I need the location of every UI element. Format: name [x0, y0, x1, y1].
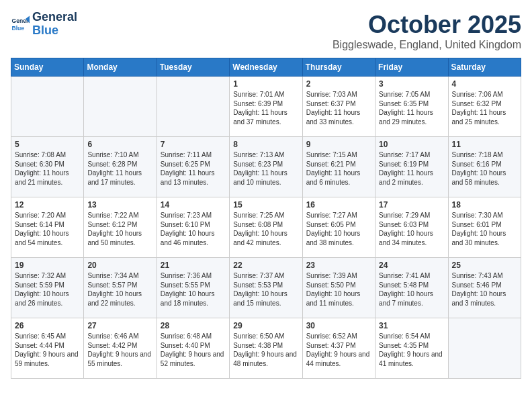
calendar-table: SundayMondayTuesdayWednesdayThursdayFrid…: [11, 58, 521, 379]
svg-text:Blue: Blue: [12, 24, 25, 31]
day-number: 9: [306, 140, 371, 149]
day-info: Daylight: 10 hours and 46 minutes.: [161, 229, 226, 247]
calendar-cell: 25Sunrise: 7:43 AMSunset: 5:46 PMDayligh…: [448, 258, 521, 318]
calendar-cell: [448, 318, 521, 379]
day-number: 8: [233, 140, 298, 149]
calendar-cell: 7Sunrise: 7:11 AMSunset: 6:25 PMDaylight…: [157, 137, 229, 197]
day-info: Daylight: 9 hours and 41 minutes.: [379, 350, 444, 368]
day-info: Daylight: 10 hours and 42 minutes.: [233, 229, 298, 247]
day-info: Daylight: 11 hours and 17 minutes.: [87, 169, 152, 187]
day-info: Sunrise: 7:06 AM: [452, 90, 517, 99]
day-info: Sunset: 6:08 PM: [233, 220, 298, 230]
calendar-cell: 16Sunrise: 7:27 AMSunset: 6:05 PMDayligh…: [302, 197, 375, 258]
day-number: 21: [161, 261, 226, 270]
calendar-week-row: 26Sunrise: 6:45 AMSunset: 4:44 PMDayligh…: [11, 318, 521, 379]
calendar-cell: 27Sunrise: 6:46 AMSunset: 4:42 PMDayligh…: [84, 318, 157, 379]
day-info: Sunset: 5:46 PM: [452, 281, 517, 290]
calendar-cell: 6Sunrise: 7:10 AMSunset: 6:28 PMDaylight…: [84, 137, 157, 197]
title-block: October 2025 Biggleswade, England, Unite…: [332, 11, 521, 51]
day-info: Sunset: 6:14 PM: [15, 220, 80, 230]
day-number: 15: [233, 200, 298, 210]
calendar-cell: 22Sunrise: 7:37 AMSunset: 5:53 PMDayligh…: [230, 258, 302, 318]
day-number: 7: [161, 140, 226, 149]
logo: General Blue GeneralBlue: [11, 11, 77, 38]
day-info: Sunset: 5:57 PM: [87, 281, 152, 290]
day-info: Sunrise: 7:37 AM: [233, 271, 298, 281]
day-info: Daylight: 9 hours and 44 minutes.: [306, 350, 371, 368]
day-info: Daylight: 10 hours and 11 minutes.: [306, 289, 371, 308]
calendar-cell: 29Sunrise: 6:50 AMSunset: 4:38 PMDayligh…: [230, 318, 302, 379]
logo-text: GeneralBlue: [32, 11, 77, 38]
day-info: Sunrise: 7:13 AM: [233, 150, 298, 160]
day-info: Sunset: 5:59 PM: [15, 281, 80, 290]
day-info: Sunset: 5:53 PM: [233, 281, 298, 290]
calendar-cell: [84, 77, 157, 137]
day-number: 26: [15, 321, 80, 330]
calendar-cell: 5Sunrise: 7:08 AMSunset: 6:30 PMDaylight…: [11, 137, 84, 197]
day-info: Sunrise: 7:11 AM: [161, 150, 226, 160]
day-number: 5: [15, 140, 80, 149]
calendar-week-row: 19Sunrise: 7:32 AMSunset: 5:59 PMDayligh…: [11, 258, 521, 318]
day-number: 18: [452, 200, 517, 210]
day-info: Sunset: 6:05 PM: [306, 220, 371, 230]
weekday-header: Friday: [375, 58, 448, 77]
day-info: Daylight: 11 hours and 37 minutes.: [233, 108, 298, 126]
day-info: Sunset: 4:38 PM: [233, 341, 298, 351]
day-number: 31: [379, 321, 444, 330]
day-info: Daylight: 10 hours and 26 minutes.: [15, 289, 80, 308]
day-number: 23: [306, 261, 371, 270]
day-info: Sunset: 6:25 PM: [161, 160, 226, 169]
day-info: Sunrise: 7:32 AM: [15, 271, 80, 281]
day-info: Sunset: 6:19 PM: [379, 160, 444, 169]
day-info: Daylight: 11 hours and 33 minutes.: [306, 108, 371, 126]
calendar-cell: 11Sunrise: 7:18 AMSunset: 6:16 PMDayligh…: [448, 137, 521, 197]
day-info: Daylight: 11 hours and 21 minutes.: [15, 169, 80, 187]
day-info: Daylight: 10 hours and 18 minutes.: [161, 289, 226, 308]
day-number: 4: [452, 79, 517, 89]
logo-icon: General Blue: [11, 15, 30, 34]
calendar-cell: 23Sunrise: 7:39 AMSunset: 5:50 PMDayligh…: [302, 258, 375, 318]
day-info: Sunset: 6:35 PM: [379, 99, 444, 109]
day-number: 10: [379, 140, 444, 149]
day-info: Sunset: 6:21 PM: [306, 160, 371, 169]
day-info: Sunset: 4:35 PM: [379, 341, 444, 351]
weekday-header: Tuesday: [157, 58, 229, 77]
day-info: Sunrise: 7:15 AM: [306, 150, 371, 160]
day-number: 12: [15, 200, 80, 210]
day-info: Sunrise: 7:01 AM: [233, 90, 298, 99]
calendar-cell: 2Sunrise: 7:03 AMSunset: 6:37 PMDaylight…: [302, 77, 375, 137]
day-info: Sunrise: 7:03 AM: [306, 90, 371, 99]
day-info: Daylight: 10 hours and 50 minutes.: [87, 229, 152, 247]
calendar-cell: 18Sunrise: 7:30 AMSunset: 6:01 PMDayligh…: [448, 197, 521, 258]
day-info: Sunset: 4:44 PM: [15, 341, 80, 351]
day-info: Daylight: 11 hours and 6 minutes.: [306, 169, 371, 187]
day-info: Sunrise: 7:27 AM: [306, 211, 371, 220]
day-number: 29: [233, 321, 298, 330]
calendar-cell: 3Sunrise: 7:05 AMSunset: 6:35 PMDaylight…: [375, 77, 448, 137]
day-info: Sunrise: 7:08 AM: [15, 150, 80, 160]
calendar-week-row: 5Sunrise: 7:08 AMSunset: 6:30 PMDaylight…: [11, 137, 521, 197]
day-info: Daylight: 10 hours and 34 minutes.: [379, 229, 444, 247]
calendar-cell: 13Sunrise: 7:22 AMSunset: 6:12 PMDayligh…: [84, 197, 157, 258]
calendar-cell: 9Sunrise: 7:15 AMSunset: 6:21 PMDaylight…: [302, 137, 375, 197]
day-number: 30: [306, 321, 371, 330]
day-number: 6: [87, 140, 152, 149]
day-info: Sunset: 4:40 PM: [161, 341, 226, 351]
day-number: 24: [379, 261, 444, 270]
day-info: Sunset: 6:39 PM: [233, 99, 298, 109]
calendar-week-row: 1Sunrise: 7:01 AMSunset: 6:39 PMDaylight…: [11, 77, 521, 137]
day-info: Sunset: 6:03 PM: [379, 220, 444, 230]
calendar-cell: 24Sunrise: 7:41 AMSunset: 5:48 PMDayligh…: [375, 258, 448, 318]
day-info: Daylight: 10 hours and 15 minutes.: [233, 289, 298, 308]
calendar-cell: 19Sunrise: 7:32 AMSunset: 5:59 PMDayligh…: [11, 258, 84, 318]
calendar-cell: 15Sunrise: 7:25 AMSunset: 6:08 PMDayligh…: [230, 197, 302, 258]
day-number: 25: [452, 261, 517, 270]
day-info: Sunset: 6:32 PM: [452, 99, 517, 109]
calendar-cell: 1Sunrise: 7:01 AMSunset: 6:39 PMDaylight…: [230, 77, 302, 137]
day-info: Sunrise: 7:18 AM: [452, 150, 517, 160]
calendar-cell: 31Sunrise: 6:54 AMSunset: 4:35 PMDayligh…: [375, 318, 448, 379]
day-info: Sunrise: 7:25 AM: [233, 211, 298, 220]
day-info: Sunrise: 7:22 AM: [87, 211, 152, 220]
day-number: 1: [233, 79, 298, 89]
calendar-header-row: SundayMondayTuesdayWednesdayThursdayFrid…: [11, 58, 521, 77]
